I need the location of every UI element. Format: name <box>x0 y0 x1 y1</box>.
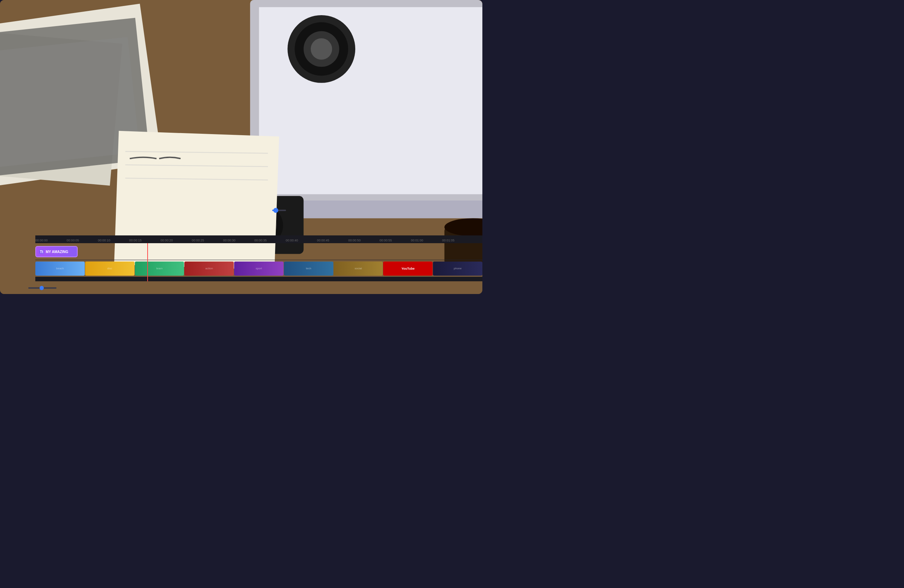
tracks-container: Tt MY AMAZING beach disc <box>35 243 482 281</box>
video-clip-3[interactable]: team <box>135 262 184 276</box>
ruler-mark-0: 00:00:00 <box>35 239 48 242</box>
ruler-mark-5: 00:00:25 <box>192 239 204 242</box>
video-clip-4[interactable]: action <box>184 262 234 276</box>
title-clip-label: MY AMAZING <box>46 250 68 254</box>
ruler-mark-11: 00:00:55 <box>379 239 392 242</box>
svg-rect-71 <box>114 131 279 221</box>
ruler-mark-1: 00:00:05 <box>67 239 79 242</box>
video-clip-2[interactable]: disc <box>85 262 134 276</box>
ruler-mark-9: 00:00:45 <box>317 239 329 242</box>
audio-track <box>35 277 482 281</box>
title-clip[interactable]: Tt MY AMAZING <box>35 246 78 257</box>
ruler-mark-6: 00:00:30 <box>223 239 235 242</box>
playhead <box>147 243 148 281</box>
ruler-mark-7: 00:00:35 <box>254 239 267 242</box>
ruler-mark-4: 00:00:20 <box>160 239 173 242</box>
video-clip-8[interactable]: YouTube <box>383 262 433 276</box>
main-content: T <box>0 13 482 221</box>
timeline-ruler: 00:00:00 00:00:05 00:00:10 00:00:15 00:0… <box>35 235 482 243</box>
scale-slider[interactable] <box>28 287 57 289</box>
ruler-mark-2: 00:00:10 <box>98 239 110 242</box>
ruler-mark-13: 00:01:05 <box>442 239 455 242</box>
video-clip-1[interactable]: beach <box>35 262 85 276</box>
video-clip-6[interactable]: tech <box>284 262 333 276</box>
desk-scene-bg <box>0 13 482 221</box>
track-content-area: 00:00:00 00:00:05 00:00:10 00:00:15 00:0… <box>35 235 482 281</box>
main-window: Movavi Video Editor Plus – New Project <box>0 0 482 294</box>
video-clip-5[interactable]: sport <box>234 262 284 276</box>
title-track: Tt MY AMAZING <box>35 243 482 260</box>
progress-bar[interactable] <box>272 210 286 211</box>
ruler-mark-8: 00:00:40 <box>286 239 298 242</box>
video-clip-7[interactable]: social <box>334 262 383 276</box>
right-section: 00:00:14.000 ⏮ ⏸ ▶ ⏩ ⏭ 16:9 🔊 📷 ⋯ Export <box>267 13 482 221</box>
ruler-marks-container: 00:00:00 00:00:05 00:00:10 00:00:15 00:0… <box>35 235 482 243</box>
ruler-mark-12: 00:01:00 <box>411 239 423 242</box>
video-track: beach disc team action <box>35 260 482 277</box>
video-clip-9[interactable]: phone <box>433 262 482 276</box>
title-clip-icon: Tt <box>39 249 44 254</box>
svg-point-64 <box>311 38 332 60</box>
ruler-mark-3: 00:00:15 <box>129 239 142 242</box>
preview-section <box>267 13 482 200</box>
ruler-mark-10: 00:00:50 <box>348 239 360 242</box>
scale-handle[interactable] <box>40 286 44 290</box>
video-clips-container: beach disc team action <box>35 260 482 277</box>
timeline-body: Tt 👁 ↺ 🎥 👁 ↺ ♪ 👁 ↺ <box>0 235 482 281</box>
